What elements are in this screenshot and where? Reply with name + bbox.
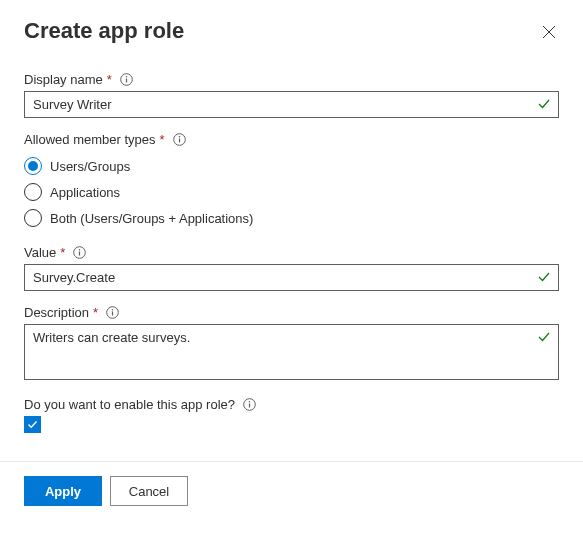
info-icon[interactable]: [173, 133, 186, 146]
svg-point-10: [112, 309, 114, 311]
svg-rect-2: [126, 79, 127, 83]
value-field: Value *: [24, 245, 559, 291]
radio-circle-icon: [24, 157, 42, 175]
description-input[interactable]: [24, 324, 559, 380]
cancel-button[interactable]: Cancel: [110, 476, 188, 506]
display-name-label: Display name: [24, 72, 103, 87]
svg-point-4: [178, 136, 180, 138]
close-icon: [541, 24, 557, 40]
valid-check-icon: [537, 330, 551, 344]
svg-point-7: [79, 249, 81, 251]
radio-both[interactable]: Both (Users/Groups + Applications): [24, 205, 559, 231]
info-icon[interactable]: [120, 73, 133, 86]
allowed-member-types-label: Allowed member types: [24, 132, 156, 147]
member-types-radio-group: Users/Groups Applications Both (Users/Gr…: [24, 153, 559, 231]
description-field: Description *: [24, 305, 559, 383]
radio-label: Both (Users/Groups + Applications): [50, 211, 253, 226]
info-icon[interactable]: [243, 398, 256, 411]
page-title: Create app role: [24, 18, 184, 44]
close-button[interactable]: [541, 24, 557, 40]
info-icon[interactable]: [106, 306, 119, 319]
display-name-field: Display name *: [24, 72, 559, 118]
svg-rect-11: [112, 312, 113, 316]
enable-field: Do you want to enable this app role?: [24, 397, 559, 433]
svg-point-1: [126, 76, 128, 78]
value-input[interactable]: [24, 264, 559, 291]
valid-check-icon: [537, 97, 551, 111]
enable-checkbox[interactable]: [24, 416, 41, 433]
display-name-input[interactable]: [24, 91, 559, 118]
valid-check-icon: [537, 270, 551, 284]
radio-circle-icon: [24, 209, 42, 227]
required-indicator: *: [93, 305, 98, 320]
description-label: Description: [24, 305, 89, 320]
required-indicator: *: [107, 72, 112, 87]
checkmark-icon: [26, 418, 39, 431]
apply-button[interactable]: Apply: [24, 476, 102, 506]
required-indicator: *: [60, 245, 65, 260]
svg-point-13: [249, 401, 251, 403]
required-indicator: *: [160, 132, 165, 147]
radio-label: Applications: [50, 185, 120, 200]
svg-rect-5: [178, 139, 179, 143]
radio-label: Users/Groups: [50, 159, 130, 174]
radio-applications[interactable]: Applications: [24, 179, 559, 205]
radio-circle-icon: [24, 183, 42, 201]
info-icon[interactable]: [73, 246, 86, 259]
enable-label: Do you want to enable this app role?: [24, 397, 235, 412]
svg-rect-14: [249, 404, 250, 408]
allowed-member-types-field: Allowed member types * Users/Groups Appl…: [24, 132, 559, 231]
radio-users-groups[interactable]: Users/Groups: [24, 153, 559, 179]
value-label: Value: [24, 245, 56, 260]
svg-rect-8: [79, 252, 80, 256]
